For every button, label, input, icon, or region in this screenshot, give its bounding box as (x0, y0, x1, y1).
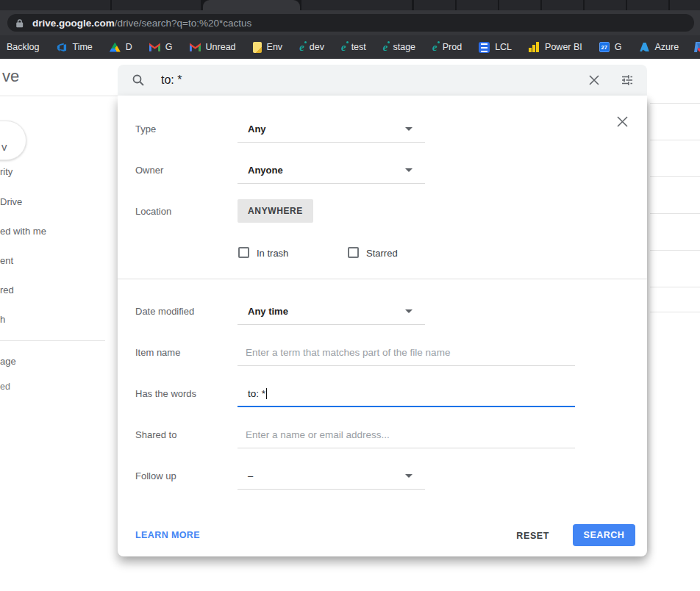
bookmark-label: dev (310, 42, 324, 52)
elastic-e-icon: e (299, 42, 304, 52)
browser-tab[interactable] (670, 0, 700, 10)
location-label: Location (135, 206, 232, 217)
list-lines-icon (479, 42, 490, 53)
browser-tab[interactable] (112, 0, 201, 10)
paypal-icon-partial[interactable] (693, 41, 700, 53)
browser-tab[interactable] (585, 0, 626, 10)
browser-tab-active[interactable] (203, 0, 300, 10)
shared-to-input[interactable]: Enter a name or email address... (238, 420, 575, 448)
search-options-tune-icon[interactable] (621, 74, 634, 87)
search-query-text[interactable]: to: * (161, 74, 182, 87)
type-dropdown[interactable]: Any (238, 115, 425, 143)
bookmark-test[interactable]: e test (341, 42, 366, 52)
bookmark-unread[interactable]: Unread (190, 42, 236, 52)
type-label: Type (135, 123, 232, 135)
shared-to-label: Shared to (135, 429, 232, 440)
azure-icon (639, 42, 650, 52)
browser-tab[interactable] (627, 0, 668, 10)
sidebar-item-starred-partial[interactable]: red (0, 284, 14, 296)
browser-tab[interactable] (301, 0, 412, 10)
browser-tab[interactable] (542, 0, 583, 10)
sidebar-storage-used-partial: ed (0, 382, 10, 392)
file-list-row-divider (650, 176, 700, 177)
bookmark-label: Unread (206, 42, 236, 52)
bookmark-label: Azure (655, 42, 679, 52)
drive-icon (110, 43, 121, 52)
browser-tab[interactable] (0, 0, 110, 10)
bookmark-label: Power BI (545, 42, 582, 52)
sidebar-storage-partial[interactable]: age (0, 356, 16, 367)
sidebar-item-my-drive-partial[interactable]: Drive (0, 196, 22, 207)
new-button-label-fragment: v (1, 140, 7, 153)
browser-tab[interactable] (499, 0, 540, 10)
address-bar[interactable]: drive.google.com/drive/search?q=to:%20*c… (7, 14, 694, 32)
file-list-row-divider (650, 103, 700, 104)
owner-dropdown[interactable]: Anyone (238, 156, 425, 184)
gmail-icon (149, 43, 160, 51)
sidebar-item-recent-partial[interactable]: ent (0, 255, 13, 266)
bookmark-prod[interactable]: e Prod (432, 42, 462, 52)
header-divider (0, 96, 118, 96)
bookmark-dev[interactable]: e dev (299, 42, 324, 52)
starred-checkbox[interactable] (348, 247, 359, 258)
bookmark-label: LCL (495, 42, 512, 52)
date-modified-dropdown[interactable]: Any time (238, 297, 425, 325)
bookmark-azure[interactable]: Azure (639, 42, 679, 52)
has-the-words-value: to: * (248, 388, 265, 399)
bookmark-time[interactable]: Time (56, 42, 92, 53)
item-name-placeholder: Enter a term that matches part of the fi… (246, 347, 450, 358)
bookmark-label: stage (393, 42, 415, 52)
bookmark-label: Time (72, 42, 92, 52)
search-icon[interactable] (132, 74, 145, 87)
new-button-partial[interactable]: v (0, 121, 26, 160)
text-cursor (266, 388, 267, 399)
bookmark-calendar-g[interactable]: 27 G (599, 42, 622, 52)
bookmark-env[interactable]: Env (253, 42, 283, 53)
bookmark-powerbi[interactable]: Power BI (529, 42, 582, 52)
bookmark-lcl[interactable]: LCL (479, 42, 512, 53)
location-anywhere-chip[interactable]: ANYWHERE (238, 199, 313, 223)
bookmark-gmail[interactable]: G (149, 42, 173, 52)
follow-up-dropdown[interactable]: – (238, 462, 425, 490)
search-button[interactable]: SEARCH (573, 524, 635, 546)
follow-up-label: Follow up (135, 470, 232, 481)
bookmark-drive[interactable]: D (110, 42, 132, 52)
owner-value: Anyone (248, 165, 283, 176)
clear-search-icon[interactable] (588, 74, 600, 86)
close-panel-icon[interactable] (616, 115, 629, 128)
type-value: Any (248, 123, 266, 135)
sidebar-item-priority-partial[interactable]: rity (0, 166, 12, 177)
has-the-words-label: Has the words (135, 388, 232, 399)
starred-label: Starred (366, 248, 398, 259)
file-list-row-divider (650, 140, 700, 140)
browser-tab[interactable] (414, 0, 455, 10)
has-the-words-input[interactable]: to: * (238, 379, 575, 407)
bookmark-label: G (615, 42, 622, 52)
file-list-row-divider (650, 250, 700, 251)
drive-search-bar[interactable]: to: * (118, 65, 647, 96)
learn-more-link[interactable]: LEARN MORE (135, 530, 200, 540)
sidebar-item-trash-partial[interactable]: h (0, 314, 5, 325)
bookmarks-bar: Backlog Time D G (0, 35, 700, 59)
item-name-input[interactable]: Enter a term that matches part of the fi… (238, 338, 575, 366)
sidebar-item-shared-with-me-partial[interactable]: ed with me (0, 226, 46, 237)
item-name-label: Item name (135, 347, 232, 358)
owner-label: Owner (135, 165, 232, 176)
elastic-e-icon: e (432, 42, 438, 52)
browser-toolbar: drive.google.com/drive/search?q=to:%20*c… (0, 10, 700, 35)
devops-icon (56, 42, 67, 53)
bookmark-label: Backlog (7, 42, 39, 52)
bookmark-label: Prod (443, 42, 462, 52)
url-path: /drive/search?q=to:%20*cactus (115, 18, 251, 29)
calendar-icon: 27 (599, 42, 610, 52)
bookmark-backlog[interactable]: Backlog (7, 42, 39, 52)
bookmark-label: G (165, 42, 173, 52)
file-list-row-divider (650, 213, 700, 214)
in-trash-checkbox[interactable] (238, 247, 249, 258)
bookmark-stage[interactable]: e stage (383, 42, 415, 52)
chevron-down-icon (405, 127, 413, 131)
browser-tab[interactable] (457, 0, 498, 10)
reset-button[interactable]: RESET (516, 531, 549, 541)
in-trash-label: In trash (257, 248, 288, 259)
bookmark-label: Env (267, 42, 283, 52)
